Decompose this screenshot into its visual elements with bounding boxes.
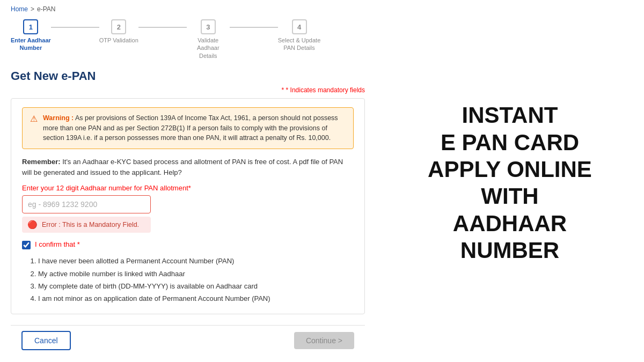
step-label-3: Validate AadhaarDetails <box>187 36 230 60</box>
warning-box: ⚠ Warning : As per provisions of Section… <box>22 107 354 149</box>
step-circle-1: 1 <box>23 19 38 34</box>
step-label-2: OTP Validation <box>99 36 138 44</box>
step-label-4: Select & UpdatePAN Details <box>278 36 321 52</box>
aadhaar-field-label: Enter your 12 digit Aadhaar number for P… <box>22 184 354 192</box>
continue-button: Continue > <box>294 332 354 349</box>
step-circle-4: 4 <box>292 19 307 34</box>
cancel-button[interactable]: Cancel <box>21 331 71 350</box>
connector-1-2 <box>51 27 99 28</box>
step-2: 2 OTP Validation <box>99 19 138 44</box>
bottom-bar: Cancel Continue > <box>11 325 365 356</box>
connector-3-4 <box>230 27 278 28</box>
warning-text: Warning : As per provisions of Section 1… <box>43 113 346 143</box>
error-box: 🔴 Error : This is a Mandatory Field. <box>22 217 151 233</box>
step-circle-2: 2 <box>111 19 126 34</box>
aadhaar-input[interactable] <box>22 195 151 213</box>
error-icon: 🔴 <box>27 220 38 230</box>
connector-2-3 <box>138 27 187 28</box>
page-title: Get New e-PAN <box>11 69 365 83</box>
remember-text: Remember: It's an Aadhaar e-KYC based pr… <box>22 157 354 178</box>
step-label-1: Enter AadhaarNumber <box>11 36 51 52</box>
step-3: 3 Validate AadhaarDetails <box>187 19 230 60</box>
step-circle-3: 3 <box>201 19 216 34</box>
step-4: 4 Select & UpdatePAN Details <box>278 19 321 52</box>
confirm-label: I confirm that * <box>35 240 80 248</box>
step-1: 1 Enter AadhaarNumber <box>11 19 51 52</box>
mandatory-note: * * Indicates mandatory fields <box>11 86 365 94</box>
confirm-row: I confirm that * <box>22 240 354 249</box>
confirm-list: I have never been allotted a Permanent A… <box>22 255 354 305</box>
breadcrumb: Home > e-PAN <box>11 5 365 13</box>
breadcrumb-separator: > <box>31 5 34 13</box>
confirm-checkbox[interactable] <box>22 241 31 249</box>
promo-text: INSTANT E PAN CARD APPLY ONLINE WITH AAD… <box>428 102 592 264</box>
list-item: I am not minor as on application date of… <box>38 292 354 305</box>
list-item: I have never been allotted a Permanent A… <box>38 255 354 267</box>
warning-icon: ⚠ <box>30 114 38 124</box>
stepper: 1 Enter AadhaarNumber 2 OTP Validation 3… <box>11 19 365 60</box>
breadcrumb-home[interactable]: Home <box>11 5 28 13</box>
form-card: ⚠ Warning : As per provisions of Section… <box>11 98 365 314</box>
list-item: My active mobile number is linked with A… <box>38 268 354 280</box>
error-text: Error : This is a Mandatory Field. <box>42 221 139 228</box>
right-panel: INSTANT E PAN CARD APPLY ONLINE WITH AAD… <box>376 0 644 362</box>
list-item: My complete date of birth (DD-MM-YYYY) i… <box>38 280 354 292</box>
breadcrumb-current: e-PAN <box>37 5 55 13</box>
